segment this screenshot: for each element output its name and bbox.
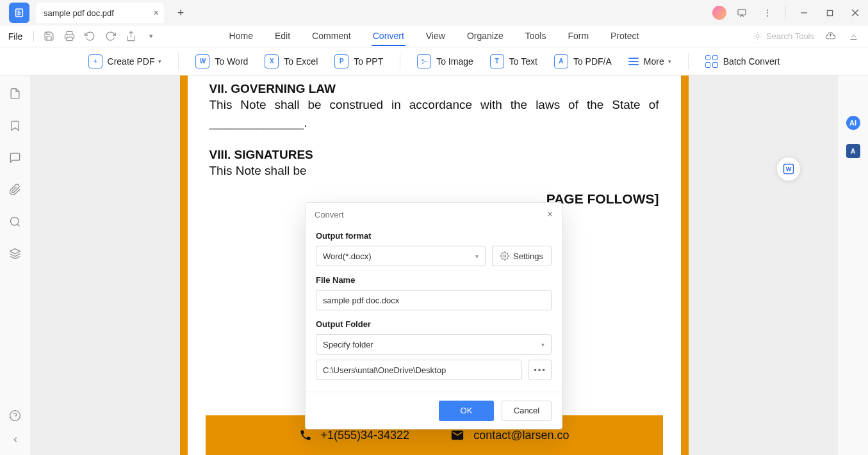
section-heading: VIII. SIGNATURES: [209, 148, 659, 162]
output-folder-mode-select[interactable]: Specify folder ▾: [316, 334, 552, 355]
feedback-icon[interactable]: [732, 4, 752, 22]
menu-convert[interactable]: Convert: [372, 27, 405, 46]
close-tab-icon[interactable]: ×: [154, 8, 159, 18]
attachments-icon[interactable]: [8, 182, 23, 197]
ok-button[interactable]: OK: [439, 401, 494, 421]
separator: [178, 53, 179, 70]
dialog-title: Convert: [315, 210, 344, 220]
chevron-down-icon: ▾: [541, 341, 545, 348]
to-word-button[interactable]: W To Word: [195, 54, 248, 68]
search-icon[interactable]: [8, 214, 23, 229]
app-logo: [9, 3, 29, 23]
to-ppt-button[interactable]: P To PPT: [334, 54, 383, 68]
comments-icon[interactable]: [8, 150, 23, 165]
svg-line-12: [17, 224, 19, 226]
more-button[interactable]: More▾: [628, 56, 671, 67]
browse-folder-button[interactable]: •••: [528, 360, 552, 380]
menu-form[interactable]: Form: [566, 27, 590, 46]
create-pdf-button[interactable]: + Create PDF▾: [88, 54, 162, 68]
file-menu[interactable]: File: [0, 31, 31, 42]
hamburger-icon: [628, 58, 639, 65]
collapse-left-icon[interactable]: [8, 432, 23, 447]
menubar: File ▾ Home Edit Comment Convert View Or…: [0, 26, 868, 47]
layers-icon[interactable]: [8, 246, 23, 261]
footer-email: contact@larsen.co: [450, 428, 569, 442]
to-text-button[interactable]: T To Text: [490, 54, 537, 68]
redo-icon[interactable]: [103, 29, 117, 44]
excel-icon: X: [265, 54, 279, 68]
print-icon[interactable]: [62, 29, 76, 44]
grid-icon: [705, 55, 718, 68]
save-icon[interactable]: [42, 29, 56, 44]
collapse-right-icon[interactable]: [846, 432, 861, 447]
collapse-ribbon-icon[interactable]: [846, 29, 860, 44]
to-pdfa-button[interactable]: A To PDF/A: [554, 54, 612, 68]
svg-point-11: [10, 217, 19, 225]
ai-icon[interactable]: AI: [846, 115, 861, 131]
menu-protect[interactable]: Protect: [609, 27, 640, 46]
search-tools-label: Search Tools: [766, 31, 814, 41]
quick-access-toolbar: ▾: [42, 29, 158, 44]
menu-tools[interactable]: Tools: [524, 27, 548, 46]
svg-marker-13: [10, 248, 20, 253]
menu-edit[interactable]: Edit: [274, 27, 291, 46]
minimize-button[interactable]: [794, 4, 814, 22]
main-menu: Home Edit Comment Convert View Organize …: [228, 27, 641, 46]
qat-dropdown-icon[interactable]: ▾: [144, 29, 158, 44]
output-folder-label: Output Folder: [316, 319, 552, 329]
right-sidebar: AI A: [837, 76, 868, 455]
convert-to-word-shortcut[interactable]: W: [777, 157, 800, 180]
dialog-close-button[interactable]: ×: [547, 209, 553, 220]
user-avatar[interactable]: [712, 6, 726, 20]
bookmarks-icon[interactable]: [8, 118, 23, 133]
close-window-button[interactable]: [845, 4, 865, 22]
undo-icon[interactable]: [83, 29, 97, 44]
file-name-input[interactable]: [316, 290, 552, 310]
output-folder-path-input[interactable]: [316, 360, 522, 380]
separator: [785, 6, 786, 19]
properties-icon[interactable]: [846, 87, 861, 102]
menu-comment[interactable]: Comment: [311, 27, 352, 46]
section-heading: VII. GOVERNING LAW: [209, 82, 659, 96]
word-icon: W: [195, 54, 209, 68]
svg-point-10: [422, 60, 423, 61]
separator: [400, 53, 400, 70]
thumbnails-icon[interactable]: [8, 86, 23, 101]
to-image-button[interactable]: To Image: [417, 54, 473, 68]
maximize-button[interactable]: [819, 4, 840, 22]
ai-word-icon[interactable]: A: [846, 143, 861, 159]
workspace: VII. GOVERNING LAW This Note shall be co…: [0, 76, 868, 455]
menu-organize[interactable]: Organize: [466, 27, 505, 46]
cancel-button[interactable]: Cancel: [502, 401, 552, 421]
svg-point-27: [504, 255, 506, 257]
document-tab[interactable]: sample pdf doc.pdf ×: [36, 3, 164, 23]
svg-point-14: [10, 410, 20, 420]
titlebar: sample pdf doc.pdf × + ⋮: [0, 0, 868, 26]
image-icon: [417, 54, 431, 68]
menu-home[interactable]: Home: [228, 27, 254, 46]
help-icon[interactable]: [8, 408, 23, 423]
plus-icon: +: [88, 54, 102, 68]
separator: [688, 53, 689, 70]
svg-text:W: W: [786, 166, 792, 172]
cloud-upload-icon[interactable]: [823, 29, 837, 44]
output-format-select[interactable]: Word(*.docx) ▾: [316, 246, 486, 266]
svg-rect-3: [827, 10, 832, 15]
separator: [33, 31, 34, 42]
kebab-menu-icon[interactable]: ⋮: [757, 4, 778, 22]
share-icon[interactable]: [124, 29, 138, 44]
menu-view[interactable]: View: [425, 27, 446, 46]
pdfa-icon: A: [554, 54, 568, 68]
convert-dialog: Convert × Output format Word(*.docx) ▾ S…: [305, 202, 562, 429]
settings-button[interactable]: Settings: [492, 246, 552, 266]
search-tools[interactable]: Search Tools: [753, 31, 814, 41]
footer-phone: +1(555)34-34322: [299, 429, 410, 442]
body-text: This Note shall be: [209, 162, 659, 180]
output-format-label: Output format: [316, 231, 552, 241]
svg-point-8: [756, 35, 759, 38]
to-excel-button[interactable]: X To Excel: [265, 54, 318, 68]
new-tab-button[interactable]: +: [172, 4, 190, 22]
left-sidebar: [0, 76, 31, 455]
batch-convert-button[interactable]: Batch Convert: [705, 55, 780, 68]
svg-rect-1: [738, 10, 746, 15]
